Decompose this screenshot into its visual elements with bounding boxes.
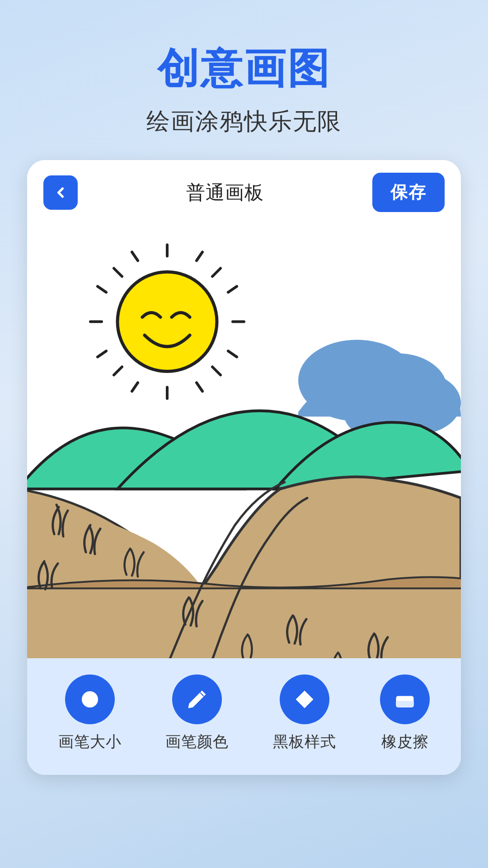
main-card: 普通画板 保存 [27,160,461,775]
brush-size-tool[interactable]: 画笔大小 [58,675,122,752]
eraser-label: 橡皮擦 [381,731,429,752]
svg-point-1 [117,272,217,372]
eraser-icon[interactable] [380,675,430,724]
app-title: 创意画图 [0,41,488,97]
eraser-tool[interactable]: 橡皮擦 [380,675,430,752]
brush-size-label: 画笔大小 [58,731,122,752]
brush-size-icon[interactable] [65,675,115,724]
svg-rect-27 [396,701,413,707]
drawing-canvas[interactable] [27,225,461,658]
brush-color-icon[interactable] [172,675,222,724]
app-subtitle: 绘画涂鸦快乐无限 [0,106,488,137]
bottom-toolbar: 画笔大小 画笔颜色 黑板样式 [27,658,461,775]
board-style-label: 黑板样式 [273,731,336,752]
save-button[interactable]: 保存 [372,173,445,212]
svg-point-24 [85,695,94,704]
board-style-icon[interactable] [280,675,329,724]
header: 创意画图 绘画涂鸦快乐无限 [0,0,488,160]
board-style-tool[interactable]: 黑板样式 [273,675,336,752]
brush-color-tool[interactable]: 画笔颜色 [165,675,229,752]
brush-color-label: 画笔颜色 [165,731,229,752]
canvas-title: 普通画板 [186,180,264,205]
svg-rect-22 [27,589,461,659]
card-toolbar: 普通画板 保存 [27,160,461,225]
back-button[interactable] [43,175,78,210]
